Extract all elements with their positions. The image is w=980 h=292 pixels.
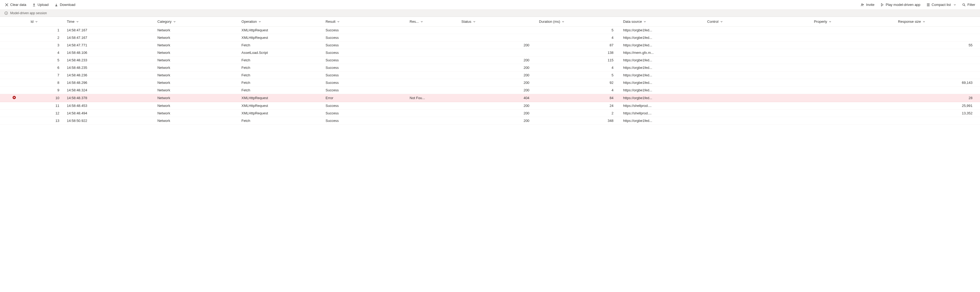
play-app-button[interactable]: Play model-driven app bbox=[880, 2, 921, 8]
cell-datasource: https://shellprod.... bbox=[621, 110, 705, 117]
cell-id: 11 bbox=[29, 102, 65, 110]
svg-point-0 bbox=[861, 3, 862, 5]
col-respsize-header[interactable]: Response size bbox=[896, 17, 980, 27]
cell-result: Success bbox=[323, 102, 407, 110]
cell-resshort bbox=[407, 87, 459, 94]
table-row[interactable]: 614:58:48.235NetworkFetchSuccess2004http… bbox=[0, 64, 980, 71]
cell-property bbox=[812, 102, 896, 110]
col-result-header[interactable]: Result bbox=[323, 17, 407, 27]
col-status-header[interactable]: Status bbox=[459, 17, 537, 27]
col-operation-label: Operation bbox=[242, 19, 257, 24]
download-button[interactable]: Download bbox=[54, 2, 76, 8]
cell-duration: 5 bbox=[537, 71, 621, 79]
cell-status: 200 bbox=[459, 102, 537, 110]
cell-time: 14:58:50.922 bbox=[65, 117, 155, 125]
cell-control bbox=[705, 34, 812, 41]
cell-duration: 138 bbox=[537, 49, 621, 57]
col-control-header[interactable]: Control bbox=[705, 17, 812, 27]
cell-id: 9 bbox=[29, 87, 65, 94]
cell-property bbox=[812, 34, 896, 41]
chevron-down-icon bbox=[337, 21, 340, 23]
invite-button[interactable]: Invite bbox=[860, 2, 875, 8]
table-body: 114:58:47.167NetworkXMLHttpRequestSucces… bbox=[0, 27, 980, 125]
table-row[interactable]: 414:58:48.106NetworkAssetLoad.ScriptSucc… bbox=[0, 49, 980, 57]
table-row[interactable]: 714:58:48.236NetworkFetchSuccess2005http… bbox=[0, 71, 980, 79]
cell-time: 14:58:48.106 bbox=[65, 49, 155, 57]
cell-result: Success bbox=[323, 34, 407, 41]
layout-dropdown[interactable]: Compact list bbox=[926, 2, 957, 8]
cell-time: 14:58:48.233 bbox=[65, 57, 155, 64]
cell-resshort: Not Fou... bbox=[407, 94, 459, 102]
table-row[interactable]: 514:58:48.233NetworkFetchSuccess200115ht… bbox=[0, 57, 980, 64]
cell-result: Success bbox=[323, 79, 407, 87]
cell-result: Success bbox=[323, 64, 407, 71]
row-status-icon-cell bbox=[0, 57, 29, 64]
cell-operation: AssetLoad.Script bbox=[239, 49, 324, 57]
cell-result: Success bbox=[323, 41, 407, 49]
col-property-header[interactable]: Property bbox=[812, 17, 896, 27]
col-datasource-header[interactable]: Data source bbox=[621, 17, 705, 27]
cell-duration: 2 bbox=[537, 110, 621, 117]
upload-label: Upload bbox=[38, 3, 49, 7]
chevron-down-icon bbox=[923, 21, 925, 23]
chevron-down-icon bbox=[258, 21, 261, 23]
cell-result: Success bbox=[323, 49, 407, 57]
upload-icon bbox=[32, 3, 36, 7]
row-status-icon-cell bbox=[0, 41, 29, 49]
cell-category: Network bbox=[155, 117, 239, 125]
col-status-label: Status bbox=[461, 19, 471, 24]
cell-category: Network bbox=[155, 87, 239, 94]
cell-category: Network bbox=[155, 27, 239, 34]
cell-operation: Fetch bbox=[239, 117, 324, 125]
cell-respsize: 28 bbox=[896, 94, 980, 102]
table-container: Id Time Category Operation Result bbox=[0, 17, 980, 125]
table-row[interactable]: 914:58:48.324NetworkFetchSuccess2004http… bbox=[0, 87, 980, 94]
col-id-header[interactable]: Id bbox=[29, 17, 65, 27]
col-duration-label: Duration (ms) bbox=[539, 19, 560, 24]
layout-label: Compact list bbox=[932, 3, 951, 7]
col-category-header[interactable]: Category bbox=[155, 17, 239, 27]
table-row[interactable]: 214:58:47.167NetworkXMLHttpRequestSucces… bbox=[0, 34, 980, 41]
cell-datasource: https://orgbe1fed... bbox=[621, 57, 705, 64]
cell-property bbox=[812, 87, 896, 94]
table-row[interactable]: 814:58:48.296NetworkFetchSuccess20092htt… bbox=[0, 79, 980, 87]
cell-resshort bbox=[407, 57, 459, 64]
cell-operation: Fetch bbox=[239, 71, 324, 79]
cell-respsize bbox=[896, 57, 980, 64]
cell-property bbox=[812, 64, 896, 71]
col-time-header[interactable]: Time bbox=[65, 17, 155, 27]
clear-data-button[interactable]: Clear data bbox=[4, 2, 27, 8]
session-banner-text: Model-driven app session bbox=[10, 11, 47, 15]
table-row[interactable]: 314:58:47.771NetworkFetchSuccess20087htt… bbox=[0, 41, 980, 49]
cell-respsize bbox=[896, 34, 980, 41]
cell-resshort bbox=[407, 102, 459, 110]
col-resshort-header[interactable]: Res... bbox=[407, 17, 459, 27]
col-duration-header[interactable]: Duration (ms) bbox=[537, 17, 621, 27]
play-app-label: Play model-driven app bbox=[886, 3, 920, 7]
cell-time: 14:58:48.494 bbox=[65, 110, 155, 117]
col-operation-header[interactable]: Operation bbox=[239, 17, 324, 27]
download-label: Download bbox=[60, 3, 75, 7]
table-row[interactable]: 1214:58:48.494NetworkXMLHttpRequestSucce… bbox=[0, 110, 980, 117]
row-status-icon-cell bbox=[0, 71, 29, 79]
cell-property bbox=[812, 110, 896, 117]
cell-duration: 4 bbox=[537, 87, 621, 94]
cell-operation: XMLHttpRequest bbox=[239, 34, 324, 41]
table-row[interactable]: 1014:58:48.378NetworkXMLHttpRequestError… bbox=[0, 94, 980, 102]
cell-category: Network bbox=[155, 102, 239, 110]
cell-result: Error bbox=[323, 94, 407, 102]
col-control-label: Control bbox=[707, 19, 719, 24]
table-row[interactable]: 1314:58:50.922NetworkFetchSuccess200348h… bbox=[0, 117, 980, 125]
cell-resshort bbox=[407, 110, 459, 117]
col-id-label: Id bbox=[30, 19, 33, 24]
table-row[interactable]: 1114:58:48.453NetworkXMLHttpRequestSucce… bbox=[0, 102, 980, 110]
cell-id: 13 bbox=[29, 117, 65, 125]
cell-control bbox=[705, 102, 812, 110]
info-icon bbox=[4, 11, 8, 15]
cell-status: 200 bbox=[459, 117, 537, 125]
table-row[interactable]: 114:58:47.167NetworkXMLHttpRequestSucces… bbox=[0, 27, 980, 34]
cell-duration: 115 bbox=[537, 57, 621, 64]
upload-button[interactable]: Upload bbox=[32, 2, 49, 8]
col-property-label: Property bbox=[814, 19, 827, 24]
filter-button[interactable]: Filter bbox=[961, 2, 976, 8]
